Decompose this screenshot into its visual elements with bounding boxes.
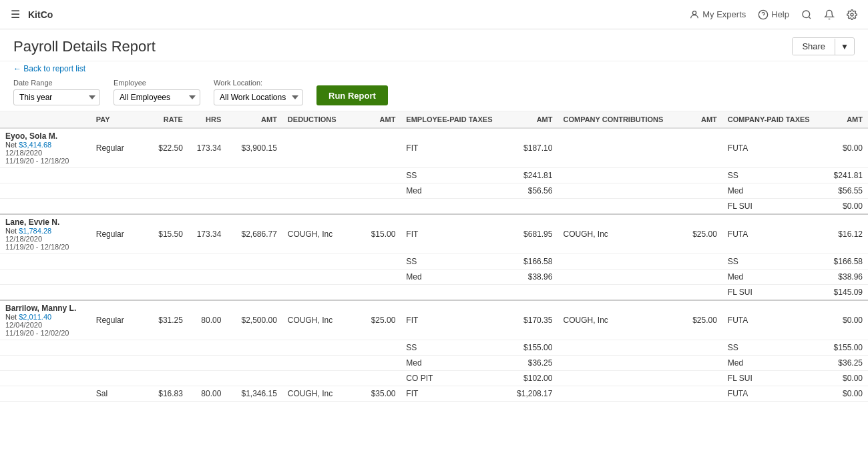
pay-cell: Sal <box>91 386 147 402</box>
ep-tax-cell: Med <box>401 356 502 371</box>
cp-tax-cell: FL SUI <box>722 285 819 301</box>
rate-cell <box>146 285 188 301</box>
cc-amt-cell <box>674 356 722 371</box>
cc-amt-cell <box>674 168 722 183</box>
amt-cell <box>226 199 282 215</box>
cc-cell: COUGH, Inc <box>558 214 673 254</box>
share-dropdown-arrow[interactable]: ▼ <box>835 39 854 55</box>
ded-amt-cell <box>352 285 401 301</box>
ded-amt-cell <box>352 356 401 371</box>
amt-cell <box>226 270 282 285</box>
rate-cell <box>146 199 188 215</box>
col-header-employee <box>0 111 91 128</box>
cc-cell <box>558 168 673 183</box>
deduction-cell: COUGH, Inc <box>282 300 352 340</box>
rate-cell: $16.83 <box>146 386 188 402</box>
employee-range: 11/19/20 - 12/18/20 <box>5 157 85 165</box>
pay-cell <box>91 356 147 371</box>
amt-cell <box>226 285 282 301</box>
employee-info-cell <box>0 285 91 301</box>
table-row: SS$166.58SS$166.58 <box>0 254 868 270</box>
cc-cell <box>558 183 673 199</box>
page-title: Payroll Details Report <box>13 38 156 55</box>
ep-tax-cell: Med <box>401 270 502 285</box>
cp-tax-cell: FUTA <box>722 300 819 340</box>
settings-button[interactable] <box>847 9 857 20</box>
cp-tax-cell: FL SUI <box>722 371 819 386</box>
run-report-button[interactable]: Run Report <box>316 85 388 105</box>
cc-cell <box>558 386 673 402</box>
deduction-cell <box>282 254 352 270</box>
ep-tax-cell: CO PIT <box>401 371 502 386</box>
cp-amt-cell: $145.09 <box>819 285 868 301</box>
table-row: CO PIT$102.00FL SUI$0.00 <box>0 371 868 386</box>
table-header-row: PAY RATE HRS AMT DEDUCTIONS AMT EMPLOYEE… <box>0 111 868 128</box>
share-button[interactable]: Share ▼ <box>792 37 855 55</box>
employee-date: 12/18/2020 <box>5 235 85 243</box>
cp-amt-cell: $0.00 <box>819 199 868 215</box>
employee-name: Barrilow, Manny L. <box>5 304 85 313</box>
cp-tax-cell: Med <box>722 356 819 371</box>
table-row: Barrilow, Manny L. Net $2,011.40 12/04/2… <box>0 300 868 340</box>
cc-amt-cell <box>674 254 722 270</box>
cp-tax-cell: SS <box>722 254 819 270</box>
deduction-cell <box>282 168 352 183</box>
ep-amt-cell: $241.81 <box>502 168 558 183</box>
employee-net: Net $2,011.40 <box>5 313 85 321</box>
cc-cell <box>558 371 673 386</box>
ep-tax-cell: FIT <box>401 300 502 340</box>
col-header-cp-amt: AMT <box>819 111 868 128</box>
hrs-cell <box>188 199 226 215</box>
employee-info-cell <box>0 183 91 199</box>
amt-cell <box>226 183 282 199</box>
svg-point-5 <box>851 13 853 16</box>
filters-bar: Date Range This year Employee All Employ… <box>0 73 868 111</box>
notifications-button[interactable] <box>824 9 835 20</box>
my-experts-link[interactable]: My Experts <box>689 9 746 20</box>
cp-tax-cell: SS <box>722 340 819 356</box>
col-header-cp-taxes: COMPANY-PAID TAXES <box>722 111 819 128</box>
ep-tax-cell: FIT <box>401 386 502 402</box>
share-button-label: Share <box>793 38 835 55</box>
cc-amt-cell <box>674 340 722 356</box>
hrs-cell <box>188 254 226 270</box>
help-link[interactable]: Help <box>758 9 789 20</box>
ep-amt-cell: $36.25 <box>502 356 558 371</box>
amt-cell <box>226 254 282 270</box>
table-row: Sal$16.8380.00$1,346.15COUGH, Inc$35.00F… <box>0 386 868 402</box>
ep-tax-cell: SS <box>401 254 502 270</box>
rate-cell: $15.50 <box>146 214 188 254</box>
rate-cell: $22.50 <box>146 128 188 168</box>
cp-amt-cell: $166.58 <box>819 254 868 270</box>
table-row: Eyoo, Sola M. Net $3,414.68 12/18/2020 1… <box>0 128 868 168</box>
rate-cell <box>146 168 188 183</box>
amt-cell: $2,500.00 <box>226 300 282 340</box>
ded-amt-cell <box>352 371 401 386</box>
deduction-cell: COUGH, Inc <box>282 214 352 254</box>
ep-amt-cell: $155.00 <box>502 340 558 356</box>
back-to-report-list-link[interactable]: ← Back to report list <box>0 61 868 73</box>
rate-cell <box>146 270 188 285</box>
cp-amt-cell: $36.25 <box>819 356 868 371</box>
cc-cell <box>558 340 673 356</box>
ep-tax-cell: SS <box>401 340 502 356</box>
col-header-pay: PAY <box>91 111 147 128</box>
employee-select[interactable]: All Employees <box>114 89 200 105</box>
nav-left: ☰ KitCo <box>11 8 53 21</box>
ded-amt-cell: $25.00 <box>352 300 401 340</box>
employee-info-cell <box>0 371 91 386</box>
search-button[interactable] <box>801 9 812 20</box>
work-location-label: Work Location: <box>214 79 303 87</box>
ep-amt-cell: $166.58 <box>502 254 558 270</box>
hamburger-icon[interactable]: ☰ <box>11 8 20 21</box>
cp-amt-cell: $56.55 <box>819 183 868 199</box>
ep-amt-cell <box>502 285 558 301</box>
brand-logo: KitCo <box>28 9 53 20</box>
date-range-select[interactable]: This year <box>13 89 100 105</box>
ded-amt-cell <box>352 270 401 285</box>
employee-date: 12/18/2020 <box>5 149 85 157</box>
work-location-select[interactable]: All Work Locations <box>214 89 303 105</box>
nav-right: My Experts Help <box>689 9 857 20</box>
col-header-amt: AMT <box>226 111 282 128</box>
ep-tax-cell: FIT <box>401 128 502 168</box>
